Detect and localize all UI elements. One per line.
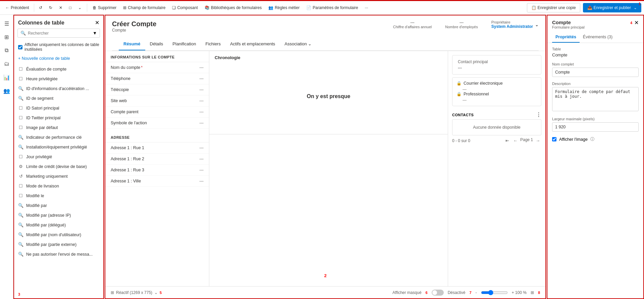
- contacts-more-button[interactable]: ⋮: [536, 112, 541, 118]
- email-row: 🔒Courrier électronique: [457, 81, 537, 86]
- sidebar-item[interactable]: 🔍Modifié par (nom d'utilisateur): [14, 230, 103, 240]
- num4-label: 4: [630, 21, 632, 25]
- rp-maxwidth-input[interactable]: [552, 122, 639, 132]
- form-tab[interactable]: Actifs et emplacements: [225, 38, 280, 50]
- sidebar-item[interactable]: 🔍Modifié par (adresse IP): [14, 210, 103, 220]
- sidebar-item-label: Modifié le: [26, 194, 44, 198]
- address-fields: Adresse 1 : Rue 1---Adresse 1 : Rue 2---…: [105, 142, 209, 187]
- contacts-empty: Aucune donnée disponible: [452, 119, 541, 135]
- sidebar-item[interactable]: 🔍ID de segment: [14, 93, 103, 103]
- sidebar-item[interactable]: ☐ID Satori principal: [14, 103, 103, 113]
- nav-icon-grid[interactable]: ⊞: [1, 31, 13, 43]
- search-input[interactable]: [28, 31, 91, 36]
- sidebar-item[interactable]: ☐ID Twitter principal: [14, 113, 103, 123]
- form-title: Créer Compte: [112, 20, 156, 28]
- sidebar-item[interactable]: 🔍Modifié par: [14, 201, 103, 210]
- sidebar-item[interactable]: 🔍Modifié par (partie externe): [14, 240, 103, 249]
- libraries-icon: 📚: [205, 5, 210, 10]
- show-unused-checkbox[interactable]: [18, 45, 22, 49]
- component-button[interactable]: ❏ Composant: [169, 4, 200, 11]
- left-panel: Colonnes de table ✕ 🔍 ▼ Afficher uniquem…: [13, 15, 104, 299]
- business-rules-button[interactable]: 👥 Règles métier: [266, 4, 302, 11]
- sidebar-item-label: Modifié par (nom d'utilisateur): [26, 232, 81, 237]
- form-header-top: Créer Compte Compte --- Chiffre d'affair…: [112, 20, 539, 35]
- save-publish-button[interactable]: 📤 Enregistrer et publier ⌄: [583, 3, 641, 12]
- tab-dropdown-icon: ⌄: [308, 41, 312, 46]
- nav-icon-chart[interactable]: 📊: [1, 71, 13, 83]
- toggle-switch[interactable]: [432, 290, 444, 296]
- filter-icon[interactable]: ▼: [93, 31, 97, 36]
- sidebar-item-label: Installation/équipement privilégié: [26, 145, 87, 150]
- back-icon: ←: [5, 5, 9, 10]
- cut-button[interactable]: ✕: [56, 4, 65, 11]
- close-right-panel-button[interactable]: ✕: [634, 19, 639, 26]
- delete-button[interactable]: 🗑 Supprimer: [90, 4, 119, 11]
- sidebar-item[interactable]: ⚙Limite de crédit (devise de base): [14, 162, 103, 171]
- sidebar-item[interactable]: ☐Mode de livraison: [14, 181, 103, 191]
- pager-first-button[interactable]: ⇤: [504, 137, 511, 144]
- nav-icon-people[interactable]: 👥: [1, 85, 13, 97]
- reactive-dropdown-icon[interactable]: ⌄: [154, 290, 158, 295]
- sidebar-item[interactable]: 🔍Installation/équipement privilégié: [14, 142, 103, 152]
- sidebar-item-label: Limite de crédit (devise de base): [26, 164, 87, 169]
- close-panel-button[interactable]: ✕: [95, 19, 99, 26]
- form-tab[interactable]: Fichiers: [201, 38, 225, 50]
- email-type: Professionnel: [464, 92, 489, 96]
- nav-icon-layers[interactable]: ⧉: [1, 44, 13, 56]
- form-tab[interactable]: Résumé: [119, 38, 145, 50]
- sidebar-item-label: Ne pas autoriser l'envoi de messa...: [26, 252, 93, 257]
- info-field-row: Site web---: [105, 95, 209, 106]
- sidebar-item[interactable]: ↺Marketing uniquement: [14, 171, 103, 181]
- save-copy-button[interactable]: 📋 Enregistrer une copie: [527, 3, 580, 12]
- rp-description-textarea[interactable]: Formulaire de compte par défaut mis à jo…: [552, 87, 639, 111]
- rp-table-field: Table Compte: [552, 47, 639, 57]
- more-button[interactable]: ···: [362, 4, 371, 11]
- paste-button[interactable]: □: [66, 4, 74, 11]
- nav-icon-menu[interactable]: ☰: [1, 17, 13, 30]
- field-val: ---: [200, 179, 204, 183]
- more-small-button[interactable]: ⌄: [75, 4, 84, 11]
- nav-icon-map[interactable]: 🗂: [1, 58, 13, 70]
- params-icon: 📄: [306, 5, 311, 10]
- undo-button[interactable]: ↺: [36, 4, 45, 11]
- address-field-row: Adresse 1 : Ville---: [105, 176, 209, 187]
- sidebar-item-icon: 🔍: [18, 86, 23, 91]
- owner-dropdown-icon[interactable]: ⌄: [535, 22, 539, 27]
- sidebar-item[interactable]: 🔍Ne pas autoriser l'envoi de messa...: [14, 249, 103, 259]
- num2-label: 2: [324, 273, 326, 278]
- sidebar-item[interactable]: ☐Jour privilégié: [14, 152, 103, 162]
- rp-tab[interactable]: Événements (3): [580, 32, 616, 43]
- sidebar-item[interactable]: ☐Heure privilégiée: [14, 74, 103, 84]
- new-column-button[interactable]: + Nouvelle colonne de table: [18, 56, 70, 61]
- form-libraries-button[interactable]: 📚 Bibliothèques de formulaires: [202, 4, 264, 11]
- sidebar-item-label: ID d'informations d'accélération ...: [26, 86, 89, 91]
- sidebar-item[interactable]: 🔍Indicateur de performance clé: [14, 132, 103, 142]
- rp-fullname-input[interactable]: [552, 68, 639, 77]
- zoom-slider[interactable]: [481, 290, 508, 295]
- right-panel: Compte Formulaire principal 4 ✕ Propriét…: [547, 15, 644, 299]
- sidebar-item[interactable]: 🔍Modifié par (délégué): [14, 220, 103, 230]
- pager-next-button[interactable]: →: [534, 137, 541, 144]
- form-params-button[interactable]: 📄 Paramètres de formulaire: [304, 4, 361, 11]
- rp-show-image-checkbox[interactable]: [552, 137, 556, 141]
- field-val: ---: [200, 168, 204, 172]
- sidebar-item[interactable]: ☐Modifié le: [14, 191, 103, 201]
- status-left: ⊞ Réactif (1269 x 775) ⌄ 5: [111, 290, 162, 295]
- sidebar-item[interactable]: ☐Évaluation de compte: [14, 64, 103, 74]
- form-field-button[interactable]: ⊞ Champ de formulaire: [120, 4, 168, 11]
- num6-label: 6: [426, 291, 428, 295]
- owner-col: Propriétaire System Administrator ⌄: [491, 20, 539, 29]
- form-tab[interactable]: Détails: [145, 38, 168, 50]
- form-tab[interactable]: Planification: [168, 38, 201, 50]
- back-button[interactable]: ← Précédent: [3, 4, 32, 11]
- left-panel-title: Colonnes de table: [18, 20, 64, 26]
- form-header: Créer Compte Compte --- Chiffre d'affair…: [105, 15, 545, 51]
- pager-prev-button[interactable]: ←: [512, 137, 519, 144]
- sidebar-item[interactable]: ☐Image par défaut: [14, 123, 103, 132]
- rp-maxwidth-field: Largeur maximale (pixels): [552, 117, 639, 132]
- sidebar-item[interactable]: 🔍ID d'informations d'accélération ...: [14, 84, 103, 93]
- redo-button[interactable]: ↻: [46, 4, 55, 11]
- rp-tab[interactable]: Propriétés: [552, 32, 580, 43]
- form-tab[interactable]: Association ⌄: [280, 38, 316, 50]
- email-type: Courrier électronique: [464, 81, 503, 86]
